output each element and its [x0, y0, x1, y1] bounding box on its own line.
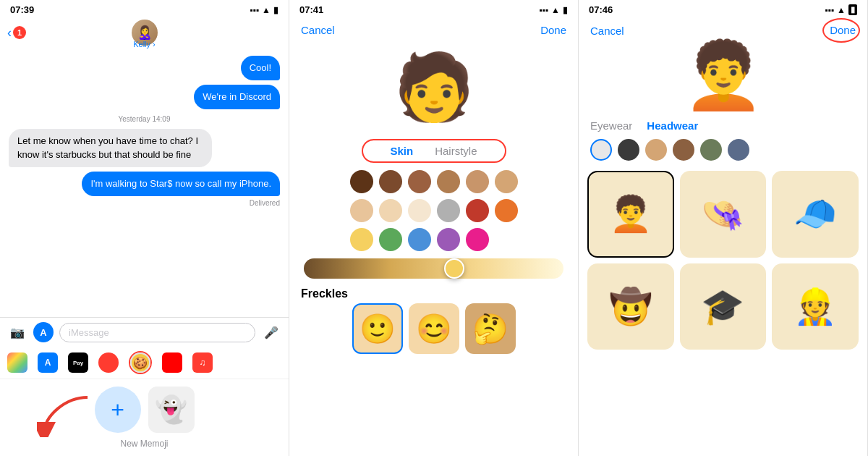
- wifi-icon-2: ▲: [551, 5, 560, 15]
- cookie-icon-selected[interactable]: 🍪: [129, 351, 152, 374]
- color-dot[interactable]: [437, 228, 460, 251]
- cancel-button-3[interactable]: Cancel: [590, 25, 624, 37]
- headwear-panel: 07:46 ▪▪▪ ▲ ▮ Cancel Done 🧑‍🦱 Eyewear He…: [579, 0, 868, 456]
- color-dot[interactable]: [437, 170, 460, 193]
- headwear-color-row: [579, 135, 867, 165]
- memoji-head-3-wrap: 🧑‍🦱: [579, 40, 867, 114]
- time-2: 07:41: [299, 4, 323, 15]
- status-icons-1: ▪▪▪ ▲ ▮: [250, 5, 278, 15]
- back-button[interactable]: ‹ 1: [7, 25, 26, 41]
- delivered-status: Delivered: [9, 199, 280, 207]
- skin-color-grid: [339, 170, 529, 251]
- done-button-3[interactable]: Done: [830, 24, 856, 36]
- app-store-icon[interactable]: A: [38, 352, 58, 373]
- color-dot[interactable]: [495, 199, 518, 222]
- color-dot[interactable]: [408, 170, 431, 193]
- freckles-label: Freckles: [289, 287, 359, 300]
- photos-icon[interactable]: [7, 352, 27, 373]
- music-icon[interactable]: ♫: [192, 352, 213, 373]
- appstore-button[interactable]: A: [33, 322, 54, 342]
- sent-bubble: I'm walking to Star$ now so call my iPho…: [82, 172, 280, 196]
- headwear-item-6[interactable]: 👷: [772, 263, 859, 350]
- chevron-left-icon: ‹: [7, 25, 12, 41]
- tab-hairstyle[interactable]: Hairstyle: [435, 145, 477, 157]
- battery-icon: ▮: [273, 5, 278, 15]
- chat-area: Cool! We're in Discord Yesterday 14:09 L…: [0, 50, 289, 317]
- red-app-icon[interactable]: [98, 352, 119, 373]
- status-bar-2: 07:41 ▪▪▪ ▲ ▮: [289, 0, 578, 17]
- camera-button[interactable]: 📷: [7, 322, 27, 342]
- freckle-item-3[interactable]: 🤔: [465, 303, 516, 354]
- nav-bar-messages: ‹ 1 🙎‍♀️ Kelly ›: [0, 17, 289, 50]
- color-dot[interactable]: [495, 170, 518, 193]
- unknown-app-icon[interactable]: [162, 352, 182, 373]
- color-dot[interactable]: [437, 199, 460, 222]
- freckle-item-2[interactable]: 😊: [409, 303, 459, 354]
- message-input[interactable]: iMessage: [59, 323, 255, 342]
- cancel-button-2[interactable]: Cancel: [301, 24, 335, 36]
- status-icons-2: ▪▪▪ ▲ ▮: [539, 5, 568, 15]
- color-dot[interactable]: [379, 199, 402, 222]
- color-dot[interactable]: [645, 139, 667, 161]
- color-dot[interactable]: [379, 170, 402, 193]
- color-dot[interactable]: [728, 139, 749, 161]
- time-3: 07:46: [589, 4, 613, 15]
- message-row: Cool!: [9, 56, 280, 80]
- slider-track: [304, 258, 563, 279]
- color-dot[interactable]: [466, 199, 489, 222]
- skin-tone-slider[interactable]: [304, 258, 563, 279]
- tabs-row: Skin Hairstyle: [362, 139, 506, 163]
- tab-skin[interactable]: Skin: [390, 145, 413, 157]
- signal-icon-2: ▪▪▪: [539, 5, 548, 15]
- color-dot[interactable]: [408, 228, 431, 251]
- app-icons-row: A Pay 🍪 ♫: [0, 347, 289, 379]
- color-dot-selected[interactable]: [590, 139, 612, 161]
- eyewear-tabs: Eyewear Headwear: [579, 114, 867, 135]
- color-dot[interactable]: [466, 170, 489, 193]
- signal-icon: ▪▪▪: [250, 5, 259, 15]
- done-circle-annotation: Done: [830, 24, 856, 37]
- apple-pay-icon[interactable]: Pay: [68, 352, 88, 373]
- slider-thumb[interactable]: [444, 258, 464, 279]
- memoji-placeholder: 👻: [148, 387, 195, 433]
- message-badge: 1: [13, 26, 26, 39]
- color-dot[interactable]: [673, 139, 694, 161]
- headwear-item-4[interactable]: 🤠: [587, 263, 674, 350]
- message-row: I'm walking to Star$ now so call my iPho…: [9, 172, 280, 196]
- headwear-item-3[interactable]: 🧢: [772, 171, 859, 258]
- color-dot[interactable]: [350, 228, 373, 251]
- color-dot[interactable]: [408, 199, 431, 222]
- color-dot[interactable]: [350, 199, 373, 222]
- headwear-item-1[interactable]: 🧑‍🦱: [587, 171, 674, 258]
- color-dot[interactable]: [379, 228, 402, 251]
- tab-eyewear[interactable]: Eyewear: [590, 119, 632, 132]
- contact-name[interactable]: Kelly ›: [133, 40, 156, 48]
- mic-button[interactable]: 🎤: [261, 322, 281, 342]
- color-dot[interactable]: [466, 228, 489, 251]
- skin-panel-body: 🧑 Skin Hairstyle: [289, 39, 578, 456]
- received-bubble: Let me know when you have time to chat? …: [9, 129, 212, 166]
- signal-icon-3: ▪▪▪: [825, 5, 834, 15]
- color-dot[interactable]: [350, 170, 373, 193]
- new-memoji-button[interactable]: +: [95, 387, 141, 433]
- tabs-wrap: Skin Hairstyle: [362, 139, 506, 163]
- freckles-row: 🙂 😊 🤔: [341, 303, 527, 354]
- messages-panel: 07:39 ▪▪▪ ▲ ▮ ‹ 1 🙎‍♀️ Kelly › Cool! We'…: [0, 0, 289, 456]
- memoji-head-3: 🧑‍🦱: [683, 43, 764, 108]
- message-row: Let me know when you have time to chat? …: [9, 129, 280, 166]
- time-1: 07:39: [10, 4, 34, 15]
- tab-headwear[interactable]: Headwear: [647, 119, 698, 132]
- color-dot[interactable]: [700, 139, 722, 161]
- headwear-item-2[interactable]: 👒: [680, 171, 767, 258]
- skin-panel: 07:41 ▪▪▪ ▲ ▮ Cancel Done 🧑 Skin Hairsty…: [289, 0, 579, 456]
- cookie-app-icon[interactable]: 🍪: [130, 352, 150, 373]
- done-button-2[interactable]: Done: [540, 24, 566, 36]
- headwear-item-5[interactable]: 🎓: [680, 263, 767, 350]
- new-memoji-label: New Memoji: [120, 439, 168, 449]
- color-dot[interactable]: [618, 139, 639, 161]
- arrow-annotation: [37, 394, 95, 437]
- wifi-icon-3: ▲: [837, 5, 846, 15]
- freckle-item-1[interactable]: 🙂: [352, 303, 403, 354]
- battery-icon-3: ▮: [848, 4, 857, 15]
- message-row: We're in Discord: [9, 85, 280, 109]
